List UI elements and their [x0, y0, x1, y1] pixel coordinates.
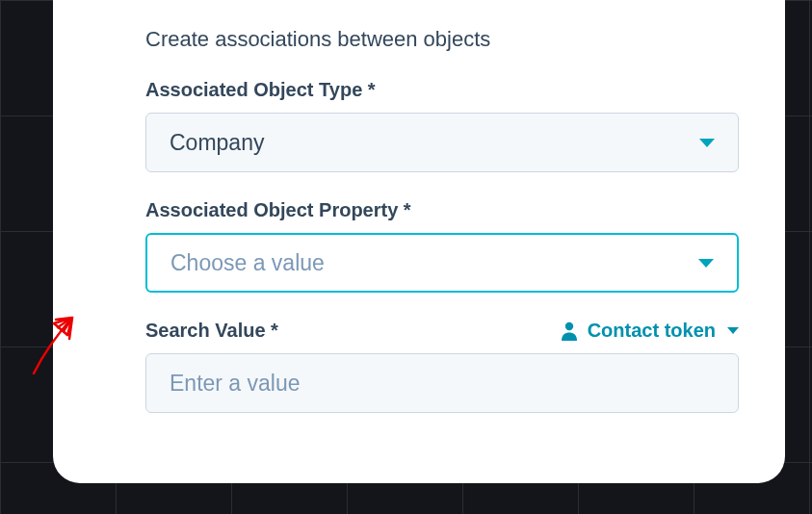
contact-token-label: Contact token — [588, 320, 716, 342]
section-title: Create associations between objects — [145, 27, 739, 52]
object-type-field: Associated Object Type * Company — [145, 79, 739, 172]
chevron-down-icon — [727, 327, 739, 334]
object-type-select[interactable]: Company — [145, 113, 739, 172]
object-property-label: Associated Object Property * — [145, 199, 411, 221]
contact-token-selector[interactable]: Contact token — [561, 320, 739, 342]
person-icon — [561, 321, 578, 341]
svg-point-0 — [564, 321, 572, 329]
form-panel: Create associations between objects Asso… — [53, 0, 785, 483]
object-type-value: Company — [170, 130, 264, 156]
chevron-down-icon — [699, 139, 715, 147]
annotation-arrow-icon — [19, 306, 96, 383]
search-value-input[interactable] — [145, 353, 739, 413]
object-property-placeholder: Choose a value — [170, 250, 325, 276]
object-type-label: Associated Object Type * — [145, 79, 376, 101]
chevron-down-icon — [698, 259, 714, 268]
search-value-label: Search Value * — [145, 320, 278, 342]
search-value-field: Search Value * Contact token — [145, 320, 739, 413]
object-property-select[interactable]: Choose a value — [145, 233, 739, 293]
object-property-field: Associated Object Property * Choose a va… — [145, 199, 739, 293]
